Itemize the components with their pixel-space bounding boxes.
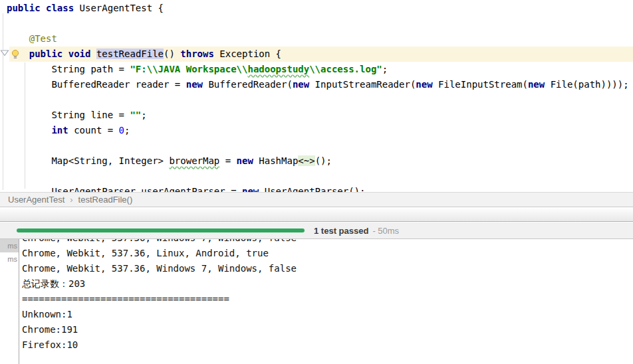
code-token: InputStreamReader( xyxy=(309,79,416,90)
code-token: <~> xyxy=(298,155,315,166)
chevron-right-icon: › xyxy=(70,195,72,205)
breadcrumb: UserAgentTest › testReadFile() xyxy=(0,192,633,207)
code-token: Map<String, Integer> xyxy=(7,155,169,166)
console-line: Firefox:10 xyxy=(22,337,633,353)
code-lines: public class UserAgentTest { @Test publi… xyxy=(0,1,633,192)
code-line[interactable]: public void testReadFile() throws Except… xyxy=(0,46,633,62)
code-token: () xyxy=(164,48,180,59)
code-token: browerMap xyxy=(169,155,219,166)
console-line: 总记录数：203 xyxy=(22,276,633,292)
code-token: int xyxy=(51,125,68,136)
code-line[interactable]: String line = ""; xyxy=(0,108,633,123)
fold-arrow-icon[interactable] xyxy=(0,48,9,56)
code-line[interactable] xyxy=(0,92,633,108)
code-token: new xyxy=(186,79,203,90)
code-line[interactable] xyxy=(0,169,633,184)
code-token: throws xyxy=(180,48,214,59)
console-panel[interactable]: Chrome, Webkit, 537.36, Windows 7, Windo… xyxy=(0,239,633,364)
code-token: String line = xyxy=(7,110,130,120)
test-duration-label: - 50ms xyxy=(372,226,399,236)
code-token: 0 xyxy=(119,125,124,136)
code-token: new xyxy=(242,186,259,192)
code-token: new xyxy=(293,79,309,90)
code-line[interactable]: public class UserAgentTest { xyxy=(0,1,633,16)
breadcrumb-method[interactable]: testReadFile() xyxy=(78,195,133,205)
code-token: (); xyxy=(315,155,332,166)
test-runner-toolbar xyxy=(0,208,633,222)
code-token: UserAgentTest { xyxy=(74,3,164,13)
code-token: BufferedReader( xyxy=(203,79,293,90)
console-line: ===================================== xyxy=(22,292,633,307)
test-tree-row[interactable]: ms xyxy=(0,252,19,266)
test-status-bar: 1 test passed - 50ms xyxy=(0,223,633,239)
console-line: Chrome, Webkit, 537.36, Windows 7, Windo… xyxy=(22,261,633,276)
code-token: File(path)))); xyxy=(545,79,628,90)
code-line[interactable] xyxy=(0,138,633,153)
code-token: HashMap xyxy=(253,155,298,166)
code-token: ; xyxy=(141,110,146,120)
console-line: Unknown:1 xyxy=(22,307,633,322)
code-token: testReadFile xyxy=(96,48,164,59)
code-token: ; xyxy=(382,64,388,74)
code-token xyxy=(7,33,29,44)
console-line: Chrome, Webkit, 537.36, Windows 7, Windo… xyxy=(22,239,633,246)
code-line[interactable]: String path = "F:\\JAVA Workspace\\hadoo… xyxy=(0,62,633,77)
code-line[interactable]: Map<String, Integer> browerMap = new Has… xyxy=(0,153,633,169)
test-tree-row[interactable]: ms xyxy=(0,239,19,252)
test-progress-bar xyxy=(17,228,305,232)
code-token: new xyxy=(237,155,253,166)
console-line: Chrome:191 xyxy=(22,322,633,337)
test-tree-strip: msms xyxy=(0,239,19,364)
code-token: new xyxy=(528,79,545,90)
code-line[interactable]: BufferedReader reader = new BufferedRead… xyxy=(0,77,633,92)
code-editor[interactable]: public class UserAgentTest { @Test publi… xyxy=(0,0,633,192)
code-token: Exception { xyxy=(214,48,281,59)
code-line[interactable] xyxy=(0,16,633,31)
code-token: = xyxy=(219,155,236,166)
code-token: @Test xyxy=(29,33,57,44)
code-token: FileInputStream( xyxy=(433,79,528,90)
code-token xyxy=(90,48,96,59)
code-token: new xyxy=(416,79,432,90)
code-line[interactable]: UserAgentParser userAgentParser = new Us… xyxy=(0,184,633,192)
code-token: String path = xyxy=(7,64,130,74)
code-token xyxy=(7,125,51,136)
code-token: count = xyxy=(68,125,119,136)
code-token: UserAgentParser userAgentParser = xyxy=(7,186,242,192)
console-line: Chrome, Webkit, 537.36, Linux, Android, … xyxy=(22,246,633,261)
breadcrumb-class[interactable]: UserAgentTest xyxy=(8,195,64,205)
lightbulb-icon[interactable] xyxy=(11,49,20,60)
code-token: ; xyxy=(124,125,130,136)
code-token: hadoopstudy xyxy=(247,64,309,74)
code-token: "F:\\JAVA Workspace\\ xyxy=(130,64,247,74)
code-token: public class xyxy=(7,3,74,13)
console-output: Chrome, Webkit, 537.36, Windows 7, Windo… xyxy=(22,239,633,353)
code-line[interactable]: int count = 0; xyxy=(0,123,633,138)
code-line[interactable]: @Test xyxy=(0,31,633,46)
code-token: public void xyxy=(29,48,91,59)
ide-window: public class UserAgentTest { @Test publi… xyxy=(0,0,633,364)
test-passed-label: 1 test passed xyxy=(314,226,368,236)
code-token: UserAgentParser(); xyxy=(259,186,365,192)
code-token: "" xyxy=(130,110,141,120)
code-token: BufferedReader reader = xyxy=(7,79,186,90)
code-token: \\access.log" xyxy=(309,64,382,74)
